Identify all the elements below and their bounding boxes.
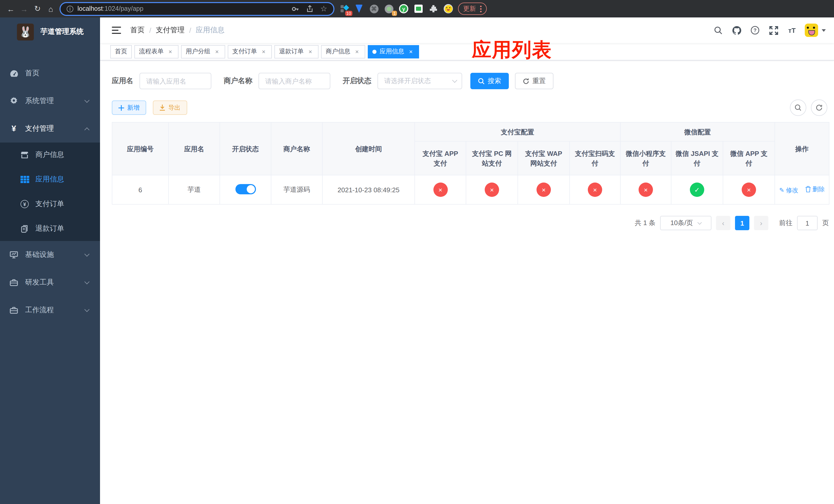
status-select[interactable]: 请选择开启状态 <box>377 73 462 89</box>
monitor-icon <box>9 251 19 259</box>
refresh-icon <box>523 78 529 84</box>
hide-search-button[interactable] <box>790 99 806 116</box>
update-label: 更新 <box>463 4 476 13</box>
app-table: 应用编号 应用名 开启状态 商户名称 创建时间 支付宝配置 微信配置 操作 支付… <box>112 122 829 205</box>
password-key-icon[interactable] <box>291 5 299 13</box>
sidebar: 🐰 芋道管理系统 首页 系统管理 ¥ 支付管理 <box>0 18 100 504</box>
tab-home[interactable]: 首页 <box>110 45 132 58</box>
prev-page-button[interactable]: ‹ <box>716 216 730 230</box>
search-icon[interactable] <box>712 25 724 36</box>
table-grid-icon <box>20 176 29 183</box>
page-number-1[interactable]: 1 <box>735 216 749 230</box>
sidebar-item-app-info[interactable]: 应用信息 <box>0 167 100 192</box>
delete-link[interactable]: 删除 <box>805 185 825 193</box>
sidebar-logo[interactable]: 🐰 芋道管理系统 <box>0 18 100 46</box>
reset-button[interactable]: 重置 <box>515 73 553 89</box>
status-alipay-app-icon: × <box>433 183 447 197</box>
site-info-icon[interactable]: i <box>67 5 73 12</box>
col-header-alipay-scan: 支付宝扫码支付 <box>570 141 620 175</box>
tab-pay-order[interactable]: 支付订单× <box>228 45 272 58</box>
chevron-down-icon <box>452 78 457 83</box>
help-icon[interactable]: ? <box>749 25 761 36</box>
close-icon[interactable]: × <box>167 48 174 55</box>
collapse-sidebar-icon[interactable] <box>112 27 121 34</box>
breadcrumb: 首页 / 支付管理 / 应用信息 <box>130 26 225 35</box>
app-name-input[interactable] <box>139 73 211 89</box>
extension-icon-tiles[interactable]: 10 <box>339 4 349 13</box>
enabled-toggle[interactable] <box>235 184 256 194</box>
col-header-created: 创建时间 <box>322 122 415 175</box>
extension-badge: 10 <box>345 10 352 16</box>
group-header-wechat: 微信配置 <box>620 122 775 141</box>
browser-menu-icon[interactable] <box>480 5 482 12</box>
reload-icon[interactable]: ↻ <box>31 2 44 15</box>
chevron-down-icon <box>84 98 89 103</box>
sidebar-item-label: 商户信息 <box>36 150 64 159</box>
sidebar-item-system[interactable]: 系统管理 <box>0 87 100 115</box>
col-header-wx-app: 微信 APP 支付 <box>723 141 775 175</box>
navbar-actions: ? тT <box>712 24 826 37</box>
page-size-select[interactable]: 10条/页 <box>660 216 711 230</box>
add-button[interactable]: 新增 <box>112 100 146 115</box>
status-alipay-scan-icon: × <box>588 183 602 197</box>
col-header-enabled: 开启状态 <box>220 122 271 175</box>
sidebar-item-label: 工作流程 <box>25 305 54 315</box>
sidebar-item-label: 研发工具 <box>25 278 54 287</box>
close-icon[interactable]: × <box>307 48 314 55</box>
close-icon[interactable]: × <box>213 48 221 55</box>
close-icon[interactable]: × <box>353 48 360 55</box>
breadcrumb-item[interactable]: 支付管理 <box>156 26 185 35</box>
share-icon[interactable] <box>306 5 313 13</box>
app-name-label: 应用名 <box>112 76 133 86</box>
tab-merchant-info[interactable]: 商户信息× <box>321 45 365 58</box>
group-header-alipay: 支付宝配置 <box>415 122 620 141</box>
logo-image: 🐰 <box>17 23 34 40</box>
edit-link[interactable]: ✎修改 <box>779 186 798 194</box>
font-size-icon[interactable]: тT <box>786 25 797 36</box>
top-navbar: 首页 / 支付管理 / 应用信息 ? тT <box>100 18 834 43</box>
extension-icon-recorder[interactable]: 1 <box>384 4 393 13</box>
close-icon[interactable]: × <box>260 48 267 55</box>
status-alipay-pc-icon: × <box>485 183 499 197</box>
home-icon[interactable]: ⌂ <box>44 2 58 15</box>
github-icon[interactable] <box>731 25 742 36</box>
fullscreen-icon[interactable] <box>768 25 779 36</box>
goto-page-input[interactable] <box>797 216 818 230</box>
close-icon[interactable]: × <box>407 48 414 55</box>
extension-icon-kite[interactable] <box>354 4 364 13</box>
next-page-button[interactable]: › <box>754 216 768 230</box>
sidebar-item-infrastructure[interactable]: 基础设施 <box>0 241 100 269</box>
forward-icon[interactable]: → <box>18 2 31 15</box>
sidebar-item-dev-tools[interactable]: 研发工具 <box>0 269 100 296</box>
export-button[interactable]: 导出 <box>153 100 187 115</box>
browser-update-button[interactable]: 更新 <box>458 3 487 15</box>
merchant-name-input[interactable] <box>259 73 330 89</box>
bookmark-star-icon[interactable]: ☆ <box>320 4 327 13</box>
search-button[interactable]: 搜索 <box>470 73 509 89</box>
breadcrumb-item[interactable]: 首页 <box>130 26 145 35</box>
tab-process-form[interactable]: 流程表单× <box>134 45 178 58</box>
sidebar-item-refund-order[interactable]: 退款订单 <box>0 216 100 241</box>
tab-refund-order[interactable]: 退款订单× <box>275 45 319 58</box>
extension-icon-command[interactable]: ⌘ <box>369 4 378 13</box>
tab-app-info[interactable]: 应用信息× <box>368 45 419 58</box>
download-icon <box>159 105 165 111</box>
sidebar-item-home[interactable]: 首页 <box>0 60 100 87</box>
browser-profile-avatar[interactable] <box>444 4 453 13</box>
sidebar-item-merchant-info[interactable]: 商户信息 <box>0 142 100 167</box>
address-bar[interactable]: i localhost :1024/pay/app ☆ <box>60 2 334 16</box>
sidebar-item-label: 首页 <box>25 69 40 78</box>
extension-icon-chat[interactable] <box>414 4 423 13</box>
sidebar-item-payment[interactable]: ¥ 支付管理 <box>0 115 100 142</box>
user-menu[interactable] <box>805 24 826 37</box>
tab-user-group[interactable]: 用户分组× <box>181 45 225 58</box>
sidebar-item-workflow[interactable]: 工作流程 <box>0 296 100 324</box>
search-icon <box>794 104 802 111</box>
sidebar-item-pay-order[interactable]: ¥ 支付订单 <box>0 192 100 216</box>
sidebar-item-label: 支付管理 <box>25 124 54 133</box>
refresh-button[interactable] <box>811 99 827 116</box>
extensions-puzzle-icon[interactable] <box>429 4 438 13</box>
back-icon[interactable]: ← <box>4 2 18 15</box>
search-icon <box>478 78 485 84</box>
extension-icon-vue[interactable]: y <box>399 4 408 13</box>
